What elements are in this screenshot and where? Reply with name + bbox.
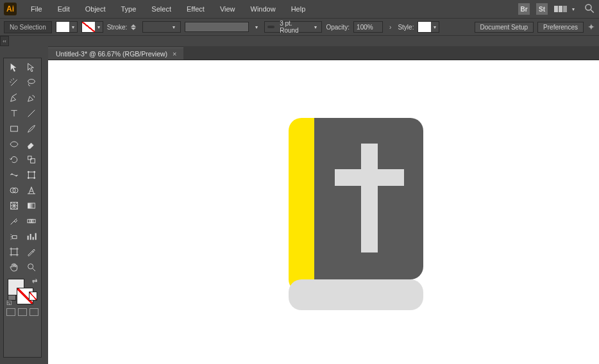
brush-definition-dropdown[interactable]: 3 pt. Round ▾: [264, 21, 322, 33]
pen-tool[interactable]: [5, 90, 22, 106]
selection-tool[interactable]: [5, 60, 22, 75]
stroke-weight-stepper[interactable]: [131, 24, 139, 30]
close-tab-icon[interactable]: ×: [173, 50, 176, 58]
svg-rect-24: [335, 169, 404, 186]
paintbrush-tool[interactable]: [22, 121, 40, 136]
artwork-bible-icon: [289, 118, 423, 310]
draw-mode-normal[interactable]: [6, 308, 15, 316]
line-segment-tool[interactable]: [22, 106, 40, 121]
blend-tool[interactable]: [22, 213, 40, 229]
artboard-tool[interactable]: [5, 244, 22, 260]
chevron-down-icon: ▾: [312, 24, 319, 30]
menu-type[interactable]: Type: [115, 3, 143, 15]
curvature-tool[interactable]: [22, 90, 40, 106]
svg-rect-21: [11, 249, 17, 254]
draw-mode-inside[interactable]: [30, 308, 38, 316]
stroke-weight-dropdown[interactable]: ▾: [142, 21, 181, 33]
mesh-tool[interactable]: [5, 198, 22, 213]
round-brush-icon: [267, 26, 274, 28]
lasso-tool[interactable]: [22, 75, 40, 90]
eraser-tool[interactable]: [22, 136, 40, 152]
menu-help[interactable]: Help: [285, 3, 312, 15]
svg-rect-4: [28, 156, 31, 160]
document-tab-title: Untitled-3* @ 66.67% (RGB/Preview): [56, 50, 167, 58]
menu-file[interactable]: File: [24, 3, 49, 15]
menu-object[interactable]: Object: [79, 3, 112, 15]
type-tool[interactable]: [5, 106, 22, 121]
menu-effect[interactable]: Effect: [180, 3, 211, 15]
svg-point-9: [28, 171, 29, 172]
brush-definition-label: 3 pt. Round: [280, 20, 309, 34]
menu-window[interactable]: Window: [244, 3, 282, 15]
opacity-popup-icon[interactable]: ›: [387, 24, 394, 31]
fill-swatch-icon: [56, 22, 69, 32]
preferences-button[interactable]: Preferences: [537, 22, 584, 33]
book-spine: [289, 118, 314, 292]
menu-bar: Ai File Edit Object Type Select Effect V…: [0, 0, 599, 18]
chevron-down-icon: ▾: [95, 24, 103, 30]
document-setup-button[interactable]: Document Setup: [475, 22, 534, 33]
stroke-swatch-icon: [82, 22, 95, 32]
hand-tool[interactable]: [5, 260, 22, 275]
default-fill-stroke-icon[interactable]: ◱: [6, 299, 12, 306]
app-logo: Ai: [4, 3, 17, 15]
opacity-value: 100%: [357, 24, 373, 31]
tools-panel: ⇄ ◱: [3, 58, 42, 358]
menu-select[interactable]: Select: [145, 3, 178, 15]
screen-mode-row: [5, 306, 40, 318]
brush-preview[interactable]: [185, 22, 249, 32]
bridge-button[interactable]: Br: [518, 3, 530, 15]
rotate-tool[interactable]: [5, 152, 22, 167]
svg-rect-19: [30, 219, 33, 222]
svg-point-0: [586, 4, 591, 10]
chevron-down-icon: ▾: [69, 24, 77, 30]
draw-mode-behind[interactable]: [18, 308, 27, 316]
chevron-down-icon[interactable]: ▾: [253, 24, 260, 30]
workspace-switcher[interactable]: ▾: [554, 6, 577, 12]
svg-point-11: [28, 178, 29, 179]
opacity-input[interactable]: 100%: [353, 21, 383, 33]
rectangle-tool[interactable]: [5, 121, 22, 136]
free-transform-tool[interactable]: [22, 167, 40, 183]
direct-selection-tool[interactable]: [22, 60, 40, 75]
perspective-grid-tool[interactable]: [22, 183, 40, 198]
search-icon[interactable]: [584, 3, 595, 15]
svg-rect-20: [12, 236, 17, 239]
symbol-sprayer-tool[interactable]: [5, 229, 22, 244]
stroke-color-dropdown[interactable]: ▾: [81, 21, 103, 33]
width-tool[interactable]: [5, 167, 22, 183]
panel-collapse-handle[interactable]: ‹‹: [0, 36, 9, 46]
zoom-tool[interactable]: [22, 260, 40, 275]
svg-point-10: [33, 171, 35, 172]
align-options-icon[interactable]: ✦: [587, 22, 595, 32]
slice-tool[interactable]: [22, 244, 40, 260]
document-tab[interactable]: Untitled-3* @ 66.67% (RGB/Preview) ×: [48, 47, 183, 60]
style-swatch-icon: [418, 22, 431, 32]
color-mode-none[interactable]: [29, 292, 37, 301]
svg-point-12: [33, 178, 35, 179]
eyedropper-tool[interactable]: [5, 213, 22, 229]
document-tab-strip: Untitled-3* @ 66.67% (RGB/Preview) ×: [48, 46, 599, 60]
fill-color-dropdown[interactable]: ▾: [56, 21, 78, 33]
chevron-down-icon: ▾: [431, 24, 439, 30]
svg-rect-8: [28, 172, 34, 178]
graphic-style-dropdown[interactable]: ▾: [418, 21, 439, 33]
menu-view[interactable]: View: [214, 3, 242, 15]
menu-edit[interactable]: Edit: [51, 3, 76, 15]
svg-point-22: [28, 264, 33, 269]
scale-tool[interactable]: [22, 152, 40, 167]
gradient-tool[interactable]: [22, 198, 40, 213]
shape-builder-tool[interactable]: [5, 183, 22, 198]
column-graph-tool[interactable]: [22, 229, 40, 244]
swap-fill-stroke-icon[interactable]: ⇄: [32, 277, 37, 285]
magic-wand-tool[interactable]: [5, 75, 22, 90]
svg-rect-16: [28, 203, 35, 208]
stock-button[interactable]: St: [536, 3, 548, 15]
artboard[interactable]: [48, 60, 599, 364]
selection-status: No Selection: [4, 21, 52, 33]
svg-rect-17: [28, 219, 31, 222]
canvas-area: [48, 60, 599, 364]
chevron-down-icon: ▾: [170, 24, 178, 30]
shaper-tool[interactable]: [5, 136, 22, 152]
menubar-right-cluster: Br St ▾: [518, 3, 595, 15]
